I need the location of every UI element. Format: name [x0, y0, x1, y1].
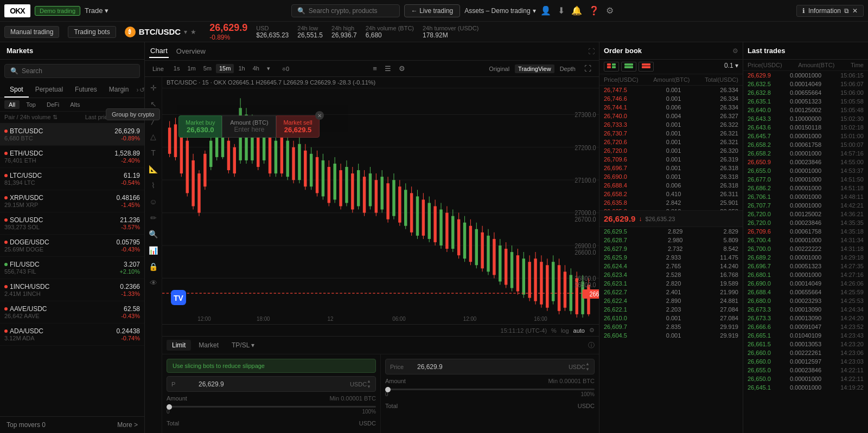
trade-row[interactable]: 26,686.2 0.00001000 14:51:18 [743, 184, 868, 192]
price-down-arrow[interactable]: ▼ [367, 384, 371, 389]
filter-top[interactable]: Top [22, 100, 40, 109]
emoji-tool[interactable]: ☺ [147, 195, 160, 208]
market-buy-button[interactable]: Market buy 26,630.0 [178, 115, 222, 138]
patterns-tool[interactable]: ⌇ [147, 179, 160, 192]
tf-5m[interactable]: 5m [200, 64, 215, 73]
perpetual-tab[interactable]: Perpetual [30, 82, 68, 98]
market-search-input[interactable] [22, 67, 134, 75]
order-book-bid-row[interactable]: 26,622.7 2.401 21.990 [599, 288, 743, 296]
indicator-btn[interactable]: ⎑0 [279, 64, 292, 73]
text-tool[interactable]: T [147, 146, 160, 159]
order-amount-input[interactable]: Amount (BTC) Enter here [222, 115, 276, 138]
order-book-bid-row[interactable]: 26,623.1 2.820 19.589 [599, 279, 743, 288]
pair-sort[interactable]: Pair / 24h volume ⇅ [4, 114, 58, 121]
trade-row[interactable]: 26,707.7 0.00001000 14:42:21 [743, 201, 868, 210]
market-tab[interactable]: Market [193, 340, 224, 351]
trade-row[interactable]: 26,696.7 0.00051323 14:27:35 [743, 262, 868, 270]
filter-alts[interactable]: Alts [66, 100, 84, 109]
order-book-bid-row[interactable]: 26,610.0 0.001 27.084 [599, 314, 743, 322]
tf-15m[interactable]: 15m [216, 64, 234, 73]
order-book-ask-row[interactable]: 26,740.0 0.004 26.327 [599, 112, 743, 120]
tf-1m[interactable]: 1m [184, 64, 199, 73]
assets-button[interactable]: Assets – Demo trading ▾ [464, 7, 535, 15]
trade-row[interactable]: 26,635.1 0.00051323 15:05:58 [743, 97, 868, 106]
trade-row[interactable]: 26,706.1 0.00001000 14:48:11 [743, 192, 868, 201]
trade-row[interactable]: 26,690.0 0.00014049 14:26:06 [743, 279, 868, 288]
okx-logo[interactable]: OKX [4, 4, 30, 17]
order-book-ask-row[interactable]: 26,747.5 0.001 26.334 [599, 86, 743, 94]
trade-row[interactable]: 26,640.0 0.00125002 15:05:48 [743, 106, 868, 114]
manual-trading-button[interactable]: Manual trading [4, 26, 59, 38]
expand-icon[interactable]: ⛶ [588, 48, 595, 55]
order-book-ask-row[interactable]: 26,635.8 2.842 25.901 [599, 198, 743, 207]
order-book-bid-row[interactable]: 26,609.7 2.835 29.919 [599, 322, 743, 331]
information-button[interactable]: ℹ Information ⧉ ✕ [796, 5, 864, 17]
ob-settings-icon[interactable]: ⚙ [732, 47, 738, 55]
demo-badge[interactable]: Demo trading [35, 6, 80, 16]
trade-row[interactable]: 26,700.4 0.00001000 14:31:34 [743, 236, 868, 244]
trade-info-icon[interactable]: ⓘ [588, 341, 595, 350]
coin-list-item[interactable]: FIL/USDC 556,743 FIL 3.207 +2.10% [0, 257, 144, 279]
settings-chart-icon[interactable]: ⚙ [395, 63, 409, 74]
help-icon[interactable]: ❓ [589, 5, 599, 16]
order-book-bid-row[interactable]: 26,628.7 2.980 5.809 [599, 236, 743, 244]
notification-icon[interactable]: 🔔 [571, 5, 582, 16]
trade-row[interactable]: 26,720.0 0.00023846 14:35:35 [743, 218, 868, 227]
order-book-bid-row[interactable]: 26,629.5 2.829 2.829 [599, 227, 743, 236]
trade-row[interactable]: 26,629.9 0.00001000 15:06:15 [743, 71, 868, 80]
order-book-ask-row[interactable]: 26,720.0 0.001 26.320 [599, 146, 743, 155]
coin-list-item[interactable]: LTC/USDC 81,394 LTC 61.19 -0.54% [0, 168, 144, 190]
order-close-button[interactable]: ✕ [315, 111, 324, 120]
tf-more[interactable]: ▾ [264, 64, 273, 73]
trade-row[interactable]: 26,658.2 0.00001000 14:57:16 [743, 149, 868, 158]
trade-row[interactable]: 26,632.5 0.00014049 15:06:07 [743, 80, 868, 88]
tf-1s[interactable]: 1s [170, 64, 183, 73]
sell-price-up-arrow[interactable]: ▲ [585, 361, 590, 366]
user-icon[interactable]: 👤 [540, 5, 551, 16]
order-book-ask-row[interactable]: 26,720.6 0.001 26.321 [599, 138, 743, 146]
coin-list-item[interactable]: AAVE/USDC 26,642 AAVE 62.58 -0.43% [0, 301, 144, 324]
sell-price-down-arrow[interactable]: ▼ [585, 367, 590, 372]
crosshair-tool[interactable]: ✛ [147, 81, 160, 94]
coin-list-item[interactable]: SOL/USDC 393,273 SOL 21.236 -3.57% [0, 212, 144, 235]
order-book-bid-row[interactable]: 26,622.4 2.890 24.881 [599, 296, 743, 305]
trade-row[interactable]: 26,680.1 0.00001000 14:27:16 [743, 270, 868, 279]
order-book-bid-row[interactable]: 26,627.9 2.732 8.542 [599, 244, 743, 253]
coin-list-item[interactable]: XRP/USDC 29.15M XRP 0.48166 -1.45% [0, 190, 144, 212]
magnet-tool[interactable]: ✏ [147, 211, 160, 224]
chart-canvas[interactable]: 27300.0 27200.0 27100.0 27000.0 26900.0 … [162, 88, 599, 324]
eye-tool[interactable]: 👁 [147, 276, 160, 289]
trade-row[interactable]: 26,673.3 0.00013090 14:24:34 [743, 305, 868, 314]
shapes-tool[interactable]: △ [147, 130, 160, 143]
measure-tool[interactable]: 📐 [147, 163, 160, 176]
limit-tab[interactable]: Limit [167, 340, 191, 351]
slicing-hint[interactable]: Use slicing bots to reduce slippage [167, 359, 376, 373]
order-book-ask-row[interactable]: 26,696.7 0.001 26.318 [599, 164, 743, 172]
top-search-input[interactable] [309, 7, 394, 15]
order-book-bid-row[interactable]: 26,625.9 2.933 11.475 [599, 253, 743, 262]
order-book-bid-row[interactable]: 26,623.4 2.528 16.768 [599, 270, 743, 279]
price-arrows[interactable]: ▲ ▼ [367, 379, 371, 389]
order-book-ask-row[interactable]: 26,744.1 0.006 26.334 [599, 103, 743, 112]
tf-1h[interactable]: 1h [235, 64, 248, 73]
chart-tab[interactable]: Chart [149, 44, 169, 58]
trade-row[interactable]: 26,660.0 0.00222261 14:23:06 [743, 348, 868, 357]
price-up-arrow[interactable]: ▲ [367, 379, 371, 384]
trade-row[interactable]: 26,677.0 0.00001000 14:51:50 [743, 175, 868, 184]
star-icon[interactable]: ★ [190, 28, 196, 36]
top-search-bar[interactable]: 🔍 [291, 4, 400, 17]
margin-tab[interactable]: Margin [104, 82, 135, 98]
order-book-ask-row[interactable]: 26,733.3 0.001 26.322 [599, 120, 743, 129]
trade-row[interactable]: 26,655.0 0.00023846 14:22:11 [743, 366, 868, 374]
fullscreen-icon[interactable]: ⛶ [581, 63, 595, 74]
buy-price-input[interactable]: P 26,629.9 USDC ▲ ▼ [167, 376, 376, 392]
trading-bots-button[interactable]: Trading bots [68, 26, 116, 38]
order-book-ask-row[interactable]: 26,746.6 0.001 26.334 [599, 94, 743, 103]
market-sell-button[interactable]: Market sell 26,629.5 [276, 115, 319, 138]
trade-row[interactable]: 26,673.3 0.00013090 14:24:20 [743, 314, 868, 322]
filter-defi[interactable]: DeFi [42, 100, 63, 109]
coin-list-item[interactable]: 1INCH/USDC 2.41M 1INCH 0.2366 -1.33% [0, 279, 144, 301]
buy-slider[interactable]: 0 100% [167, 406, 376, 415]
sell-slider[interactable]: 0 100% [385, 389, 595, 397]
trade-row[interactable]: 26,680.0 0.00023293 14:25:53 [743, 296, 868, 305]
